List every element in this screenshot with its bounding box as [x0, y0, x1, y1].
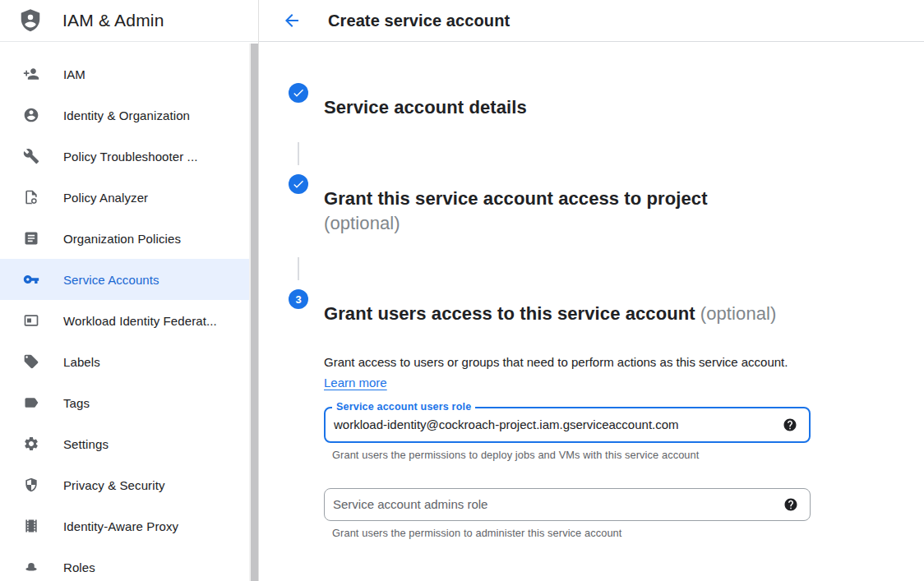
step-3-body: Grant access to users or groups that nee… [324, 352, 924, 581]
sidebar-item-organization-policies[interactable]: Organization Policies [0, 218, 249, 259]
sidebar-header: IAM & Admin [0, 0, 258, 42]
step-3-description: Grant access to users or groups that nee… [324, 352, 791, 393]
sidebar-item-label: Workload Identity Federat... [63, 314, 217, 328]
step-connector [298, 257, 299, 280]
sidebar-item-label: Identity & Organization [63, 108, 190, 122]
step-3: 3 Grant users access to this service acc… [289, 287, 924, 342]
sidebar-item-label: Roles [63, 560, 95, 574]
shield-icon [23, 477, 39, 493]
label-tag-icon [23, 353, 39, 370]
users-role-input[interactable] [326, 408, 783, 441]
step-1-title: Service account details [324, 95, 527, 120]
step-2: Grant this service account access to pro… [289, 172, 924, 251]
service-account-users-role-field: Service account users role [324, 407, 811, 443]
roles-hat-icon [23, 559, 39, 575]
product-title: IAM & Admin [62, 11, 164, 30]
step-connector [298, 142, 299, 165]
admins-role-helper-text: Grant users the permission to administer… [332, 527, 924, 539]
policy-analyzer-icon [23, 189, 39, 205]
wrench-icon [23, 148, 39, 164]
help-icon[interactable] [783, 417, 797, 432]
app-window: IAM & Admin IAM Identity & Organization … [0, 0, 924, 581]
badge-card-icon [23, 312, 39, 329]
users-role-floating-label: Service account users role [332, 401, 475, 413]
sidebar-item-label: Tags [63, 396, 90, 410]
article-icon [23, 230, 39, 247]
tag-arrow-icon [23, 394, 39, 411]
sidebar-item-identity-aware-proxy[interactable]: Identity-Aware Proxy [0, 505, 249, 546]
sidebar-item-policy-analyzer[interactable]: Policy Analyzer [0, 177, 249, 218]
step-2-optional-label: (optional) [324, 211, 708, 236]
back-arrow-icon[interactable] [282, 11, 302, 30]
sidebar-item-workload-identity-federat[interactable]: Workload Identity Federat... [0, 300, 249, 341]
step-1: Service account details [289, 81, 924, 136]
sidebar-item-label: Organization Policies [63, 232, 181, 246]
gear-icon [23, 436, 39, 452]
sidebar-item-label: Policy Analyzer [63, 191, 148, 205]
page-title: Create service account [328, 12, 510, 30]
sidebar-item-policy-troubleshooter[interactable]: Policy Troubleshooter ... [0, 136, 249, 177]
person-add-icon [23, 66, 39, 82]
main-panel: Create service account Service account d… [259, 0, 924, 581]
sidebar-item-iam[interactable]: IAM [0, 53, 249, 95]
sidebar-item-label: Service Accounts [63, 273, 159, 287]
sidebar-item-identity-organization[interactable]: Identity & Organization [0, 95, 249, 136]
sidebar-item-label: Settings [63, 437, 109, 451]
step-2-title: Grant this service account access to pro… [324, 187, 708, 236]
create-service-account-form: Service account details Grant this servi… [259, 42, 924, 581]
sidebar-scrollbar[interactable] [249, 44, 258, 581]
page-header: Create service account [259, 0, 924, 42]
account-circle-icon [23, 107, 39, 123]
users-role-helper-text: Grant users the permissions to deploy jo… [332, 449, 924, 461]
sidebar-item-label: Privacy & Security [63, 478, 165, 492]
key-icon [23, 271, 39, 288]
step-3-number-badge: 3 [289, 289, 308, 309]
sidebar-item-label: Identity-Aware Proxy [63, 519, 178, 533]
step-1-check-icon [289, 83, 308, 103]
admins-role-input[interactable] [325, 489, 783, 520]
step-3-title: Grant users access to this service accou… [324, 302, 776, 326]
sidebar-item-roles[interactable]: Roles [0, 546, 249, 581]
step-2-check-icon [289, 174, 308, 194]
sidebar-item-settings[interactable]: Settings [0, 423, 249, 464]
sidebar-item-label: IAM [63, 67, 85, 81]
sidebar-item-service-accounts[interactable]: Service Accounts [0, 259, 249, 300]
sidebar-item-label: Labels [63, 355, 100, 369]
iam-admin-logo-icon [16, 6, 44, 35]
sidebar-item-privacy-security[interactable]: Privacy & Security [0, 464, 249, 505]
step-3-optional-label: (optional) [700, 303, 777, 324]
help-icon[interactable] [783, 497, 798, 512]
sidebar-nav: IAM Identity & Organization Policy Troub… [0, 42, 249, 581]
learn-more-link[interactable]: Learn more [324, 376, 387, 390]
service-account-admins-role-field [324, 488, 811, 521]
sidebar-item-label: Policy Troubleshooter ... [63, 150, 197, 164]
proxy-icon [23, 518, 39, 534]
sidebar-item-labels[interactable]: Labels [0, 341, 249, 382]
sidebar-item-tags[interactable]: Tags [0, 382, 249, 423]
sidebar: IAM & Admin IAM Identity & Organization … [0, 0, 259, 581]
